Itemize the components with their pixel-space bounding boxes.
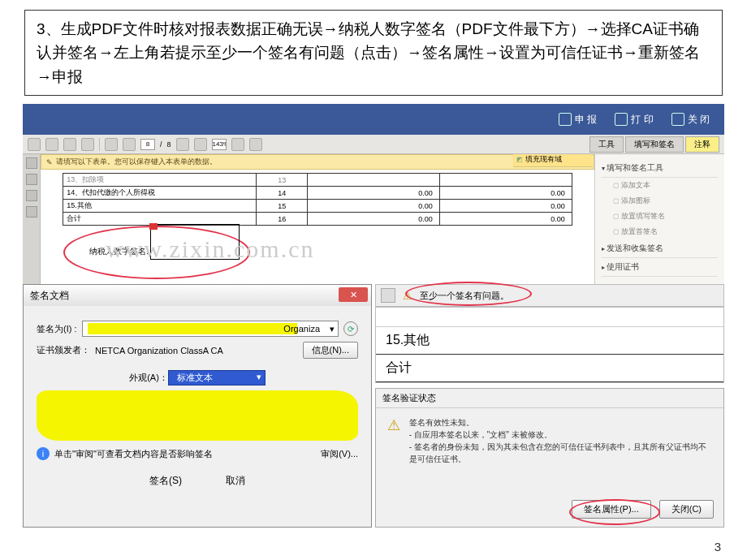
verify-line3: - 签名者的身份未知，因为其未包含在您的可信任证书列表中，且其所有父证书均不是可… bbox=[409, 441, 714, 465]
signature-verify-dialog: 签名验证状态 ⚠ 签名有效性未知。 - 自应用本签名以来，"文档" 未被修改。 … bbox=[375, 388, 724, 528]
sign-as-visible: Organiza bbox=[283, 324, 320, 334]
pdf-left-rail bbox=[23, 154, 41, 284]
mini-row-total: 合计 bbox=[376, 355, 723, 382]
issuer-label: 证书颁发者： bbox=[37, 344, 90, 356]
info-icon: i bbox=[37, 447, 50, 460]
slide-number: 3 bbox=[715, 540, 721, 554]
form-area-badge[interactable]: 填充现有域 bbox=[513, 154, 593, 167]
sign-as-label: 签名为(I) : bbox=[37, 323, 77, 335]
signature-label: 纳税人数字签名: bbox=[89, 246, 149, 257]
signature-area: 纳税人数字签名: bbox=[89, 243, 594, 260]
redacted-name bbox=[88, 323, 298, 334]
thumbnails-icon[interactable] bbox=[26, 157, 37, 169]
mini-table-view: 15.其他 合计 bbox=[375, 307, 724, 383]
dialog-title: 签名文档 bbox=[30, 289, 69, 303]
close-button[interactable]: 关 闭 bbox=[671, 113, 710, 127]
declare-button[interactable]: 申 报 bbox=[559, 113, 597, 127]
zoom-out-icon[interactable] bbox=[176, 138, 189, 151]
cancel-button[interactable]: 取消 bbox=[209, 472, 261, 490]
tab-tools[interactable]: 工具 bbox=[589, 136, 624, 153]
toolbar-icon[interactable] bbox=[381, 288, 395, 303]
pdf-toolbar: / 8 工具 填写和签名 注释 bbox=[23, 135, 724, 154]
pdf-right-panel: 填写和签名工具 添加文本 添加图标 放置填写签名 放置首签名 发送和收集签名 使… bbox=[594, 154, 724, 284]
verify-title: 签名验证状态 bbox=[376, 389, 723, 408]
review-hint: 单击"审阅"可查看文档内容是否影响签名 bbox=[54, 448, 213, 460]
group-fill-sign-tools[interactable]: 填写和签名工具 bbox=[602, 159, 718, 178]
group-send-collect[interactable]: 发送和收集签名 bbox=[602, 239, 718, 258]
verify-line1: 签名有效性未知。 bbox=[409, 416, 714, 429]
tool-place-signature[interactable]: 放置填写签名 bbox=[602, 209, 718, 224]
app-top-bar: 申 报 打 印 关 闭 bbox=[23, 104, 724, 135]
redacted-preview bbox=[37, 390, 358, 441]
warning-text[interactable]: 至少一个签名有问题。 bbox=[420, 290, 509, 302]
pdf-page-area: 填充现有域 请填写以下表单。您可以保存键入本表单的数据。 13、扣除项13 14… bbox=[41, 154, 594, 284]
signature-field[interactable] bbox=[150, 224, 240, 260]
instruction-text: 3、生成PDF文件时核对报表数据正确无误→纳税人数字签名（PDF文件最下方）→选… bbox=[24, 10, 723, 96]
attachments-icon[interactable] bbox=[26, 190, 37, 201]
tool-add-icon[interactable]: 添加图标 bbox=[602, 193, 718, 209]
tab-fill-sign[interactable]: 填写和签名 bbox=[625, 136, 684, 153]
page-total: 8 bbox=[167, 140, 171, 149]
sign-button[interactable]: 签名(S) bbox=[133, 472, 198, 490]
group-use-cert[interactable]: 使用证书 bbox=[602, 258, 718, 277]
verify-line2: - 自应用本签名以来，"文档" 未被修改。 bbox=[409, 429, 714, 441]
warning-icon: ⚠ bbox=[386, 416, 403, 436]
save-icon[interactable] bbox=[28, 138, 41, 151]
zoom-input[interactable] bbox=[212, 139, 227, 150]
table-row: 15.其他150.000.00 bbox=[63, 200, 572, 213]
appearance-label: 外观(A)： bbox=[129, 372, 168, 384]
close-icon[interactable]: ✕ bbox=[339, 287, 368, 302]
tool-place-initial[interactable]: 放置首签名 bbox=[602, 224, 718, 239]
bookmarks-icon[interactable] bbox=[26, 174, 37, 185]
sign-as-select[interactable]: Organiza bbox=[82, 321, 339, 337]
review-button[interactable]: 审阅(V)... bbox=[321, 448, 358, 460]
form-hint-bar: 请填写以下表单。您可以保存键入本表单的数据。 bbox=[41, 154, 594, 170]
save-icon-2[interactable] bbox=[249, 138, 262, 151]
print-icon[interactable] bbox=[45, 138, 58, 151]
sign-document-dialog: 签名文档 ✕ 签名为(I) : Organiza ⟳ 证书颁发者： NETCA … bbox=[23, 284, 372, 528]
signature-warning-bar: ⚠ 至少一个签名有问题。 bbox=[375, 284, 724, 307]
verify-close-button[interactable]: 关闭(C) bbox=[659, 500, 714, 519]
table-row: 14、代扣代缴的个人所得税140.000.00 bbox=[63, 187, 572, 200]
signatures-icon[interactable] bbox=[26, 206, 37, 218]
tab-comment[interactable]: 注释 bbox=[685, 136, 719, 153]
signature-properties-button[interactable]: 签名属性(P)... bbox=[572, 500, 651, 519]
dialog-titlebar: 签名文档 ✕ bbox=[24, 285, 371, 306]
warning-icon: ⚠ bbox=[400, 288, 415, 303]
mini-row-15: 15.其他 bbox=[376, 327, 723, 355]
table-row: 13、扣除项13 bbox=[63, 174, 572, 187]
zoom-in-icon[interactable] bbox=[194, 138, 207, 151]
fit-icon[interactable] bbox=[231, 138, 244, 151]
pdf-form-table: 13、扣除项13 14、代扣代缴的个人所得税140.000.00 15.其他15… bbox=[63, 173, 572, 226]
cloud-icon[interactable] bbox=[81, 138, 94, 151]
info-button[interactable]: 信息(N)... bbox=[303, 342, 358, 359]
page-sep: / bbox=[160, 140, 162, 149]
issuer-value: NETCA Organization ClassA CA bbox=[95, 346, 223, 355]
appearance-select[interactable]: 标准文本 bbox=[168, 370, 266, 386]
refresh-icon[interactable]: ⟳ bbox=[343, 321, 358, 336]
page-current-input[interactable] bbox=[140, 139, 155, 150]
page-up-icon[interactable] bbox=[105, 138, 118, 151]
table-row: 合计160.000.00 bbox=[63, 213, 572, 226]
pdf-viewer-screenshot: 申 报 打 印 关 闭 / 8 工具 填写和签名 注释 bbox=[23, 104, 724, 284]
mail-icon[interactable] bbox=[63, 138, 76, 151]
print-button[interactable]: 打 印 bbox=[615, 113, 653, 127]
tool-add-text[interactable]: 添加文本 bbox=[602, 178, 718, 193]
page-down-icon[interactable] bbox=[123, 138, 136, 151]
